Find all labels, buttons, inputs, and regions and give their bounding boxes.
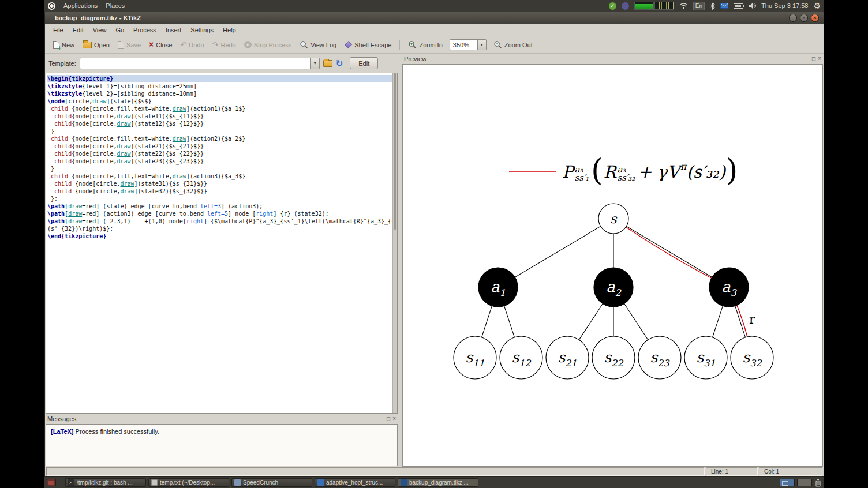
session-gear-icon[interactable]: ⚙ — [813, 2, 821, 10]
menu-view[interactable]: View — [88, 25, 111, 35]
battery-icon[interactable] — [734, 3, 743, 9]
stop-process-icon: × — [244, 41, 252, 48]
code-line[interactable]: child {node[circle,draw](state32){$s_{32… — [47, 187, 392, 195]
menu-insert[interactable]: Insert — [161, 25, 186, 35]
reward-label: r — [749, 312, 755, 326]
shell-escape-button[interactable]: Shell Escape — [341, 40, 395, 50]
title-bar[interactable]: backup_diagram.tikz - KTikZ – ▫ × — [45, 12, 824, 24]
code-line[interactable]: }; — [47, 195, 392, 202]
time-tracker-icon[interactable] — [622, 2, 629, 10]
workspace-2[interactable] — [797, 479, 812, 486]
code-line[interactable]: child {node[circle,fill,text=white,draw]… — [47, 105, 392, 112]
code-line[interactable]: child{node[circle,draw](state12){$s_{12}… — [47, 120, 392, 127]
taskbar-item-speedcrunch[interactable]: SpeedCrunch — [231, 478, 312, 487]
menu-file[interactable]: File — [48, 25, 68, 35]
new-button[interactable]: New — [50, 39, 78, 51]
trash-icon[interactable] — [814, 479, 822, 487]
code-line[interactable]: child {node[circle,fill,text=white,draw]… — [47, 135, 392, 142]
tree-edge — [498, 219, 613, 287]
menu-edit[interactable]: Edit — [68, 25, 88, 35]
taskbar-item-terminal[interactable]: >_ /tmp/ktikz.git : bash ... — [65, 478, 146, 487]
calculator-icon — [234, 479, 241, 486]
redo-button[interactable]: ↷ Redo — [209, 39, 240, 50]
code-line[interactable]: child{node[circle,draw](state11){$s_{11}… — [47, 112, 392, 120]
code-line[interactable]: \path[draw=red] (state) edge [curve to,b… — [47, 202, 392, 210]
code-line[interactable]: \path[draw=red] (action3) edge [curve to… — [47, 210, 392, 217]
undo-button[interactable]: ↶ Undo — [177, 39, 207, 50]
minimize-button[interactable]: – — [789, 14, 797, 22]
status-col: Col: 1 — [759, 467, 822, 476]
window-title: backup_diagram.tikz - KTikZ — [55, 14, 141, 21]
code-line[interactable]: } — [47, 127, 392, 135]
code-line[interactable]: \tikzstyle{level 1}=[sibling distance=25… — [47, 82, 392, 90]
taskbar-item-textfile[interactable]: temp.txt (~/Desktop... — [148, 478, 229, 487]
code-line[interactable]: child{node[circle,draw](state23){$s_{23}… — [47, 157, 392, 165]
code-area[interactable]: \begin{tikzpicture}\tikzstyle{level 1}=[… — [46, 75, 392, 413]
template-dropdown-arrow-icon[interactable]: ▾ — [310, 58, 319, 69]
preview-close-icon[interactable]: × — [818, 56, 821, 62]
code-line[interactable]: child{node[circle,draw](state21){$s_{21}… — [47, 142, 392, 150]
view-log-button[interactable]: View Log — [296, 39, 340, 51]
system-monitor-applet[interactable] — [634, 2, 674, 10]
taskbar-item-backup-diagram[interactable]: backup_diagram.tikz ... — [398, 478, 478, 487]
editor-scrollbar-thumb[interactable] — [394, 73, 396, 230]
workspace-1[interactable] — [780, 479, 795, 486]
template-browse-icon[interactable] — [323, 60, 332, 67]
close-file-button[interactable]: × Close — [145, 39, 175, 50]
code-line[interactable]: \path[draw=red] (-2.3,1) -- +(1,0) node[… — [47, 217, 392, 225]
code-line[interactable]: (s'_{32})\right)$}; — [47, 225, 392, 232]
zoom-dropdown-arrow-icon[interactable]: ▾ — [477, 40, 486, 50]
zoom-in-button[interactable]: Zoom In — [405, 39, 446, 51]
toolbar: New Open Save × Close ↶ Undo ↷ Redo — [45, 36, 824, 54]
volume-icon[interactable] — [749, 2, 756, 9]
places-menu[interactable]: Places — [106, 2, 125, 9]
view-log-icon — [300, 40, 308, 49]
code-editor[interactable]: \begin{tikzpicture}\tikzstyle{level 1}=[… — [46, 73, 398, 414]
open-button[interactable]: Open — [79, 40, 113, 50]
code-line[interactable]: \end{tikzpicture} — [47, 232, 392, 240]
close-window-button[interactable]: × — [811, 14, 819, 22]
messages-close-icon[interactable]: × — [392, 416, 396, 422]
code-line[interactable]: \tikzstyle{level 2}=[sibling distance=10… — [47, 90, 392, 97]
zoom-level-combobox[interactable]: 350% ▾ — [450, 39, 487, 50]
code-line[interactable]: child {node[circle,fill,text=white,draw]… — [47, 172, 392, 180]
preview-float-icon[interactable]: □ — [812, 56, 815, 62]
template-reload-icon[interactable]: ↻ — [336, 59, 343, 67]
tree-node-label-s: s — [610, 212, 618, 226]
keyboard-layout-indicator[interactable]: En — [693, 2, 705, 10]
messages-float-icon[interactable]: □ — [387, 416, 390, 422]
applications-menu[interactable]: Applications — [63, 2, 98, 9]
taskbar-item-adaptive-hopf[interactable]: adaptive_hopf_struc... — [315, 478, 395, 487]
status-line: Line: 1 — [706, 467, 758, 476]
clock[interactable]: Thu Sep 3 17:58 — [761, 2, 808, 9]
bluetooth-icon[interactable] — [710, 2, 715, 10]
mail-icon[interactable] — [720, 3, 728, 9]
code-line[interactable]: child{node[circle,draw](state22){$s_{22}… — [47, 150, 392, 157]
code-line[interactable]: \begin{tikzpicture} — [47, 75, 392, 82]
update-ok-icon[interactable]: ✓ — [609, 2, 616, 10]
taskbar: >_ /tmp/ktikz.git : bash ... temp.txt (~… — [44, 477, 824, 488]
template-combobox[interactable]: ▾ — [80, 58, 320, 69]
save-button[interactable]: Save — [114, 39, 144, 51]
template-label: Template: — [48, 60, 76, 67]
zoom-out-icon — [493, 40, 502, 49]
menu-bar: File Edit View Go Process Insert Setting… — [45, 24, 824, 36]
menu-process[interactable]: Process — [129, 25, 161, 35]
maximize-button[interactable]: ▫ — [800, 14, 808, 22]
menu-settings[interactable]: Settings — [186, 25, 218, 35]
code-line[interactable]: } — [47, 165, 392, 172]
wifi-icon[interactable] — [679, 2, 688, 9]
toolbar-separator — [399, 40, 400, 50]
menu-go[interactable]: Go — [111, 25, 129, 35]
menu-help[interactable]: Help — [218, 25, 241, 35]
stop-process-button[interactable]: × Stop Process — [241, 39, 295, 50]
desktop: Applications Places ✓ En — [44, 0, 824, 488]
status-bar: Line: 1 Col: 1 — [45, 467, 824, 476]
code-line[interactable]: child {node[circle,draw](state31){$s_{31… — [47, 180, 392, 187]
show-desktop-icon[interactable] — [47, 479, 56, 486]
editor-scrollbar[interactable] — [392, 73, 397, 413]
zoom-out-button[interactable]: Zoom Out — [490, 39, 536, 51]
template-edit-button[interactable]: Edit — [350, 57, 378, 69]
tikz-document-icon — [317, 479, 324, 486]
code-line[interactable]: \node[circle,draw](state){$s$} — [47, 97, 392, 105]
